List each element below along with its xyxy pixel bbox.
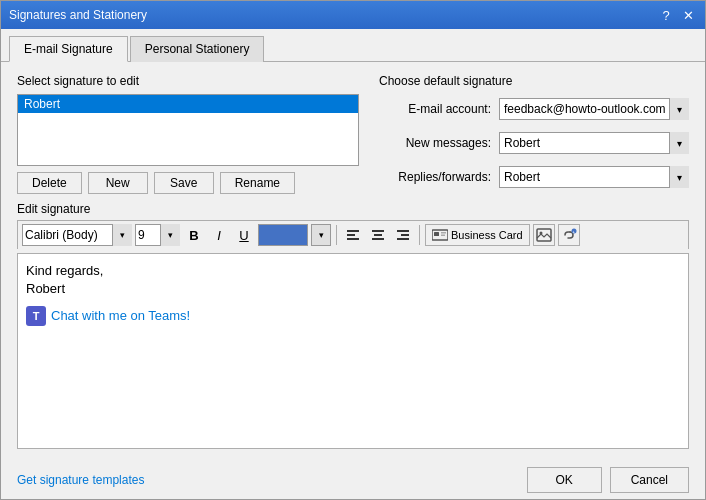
insert-picture-icon [536,228,552,242]
teams-icon: T [26,306,46,326]
business-card-label: Business Card [451,229,523,241]
select-sig-label: Select signature to edit [17,74,359,88]
edit-sig-section: Edit signature Calibri (Body) ▾ 9 [17,202,689,449]
align-center-icon [371,228,385,242]
email-account-row: E-mail account: feedback@howto-outlook.c… [379,98,689,120]
svg-rect-2 [347,238,359,240]
right-column: Choose default signature E-mail account:… [379,74,689,194]
align-center-button[interactable] [367,224,389,246]
close-button[interactable]: ✕ [679,6,697,24]
editor-content: Kind regards, Robert T Chat with me on T… [26,262,680,326]
new-messages-select[interactable]: Robert [499,132,689,154]
tab-personal-stationery[interactable]: Personal Stationery [130,36,265,62]
align-right-icon [396,228,410,242]
svg-rect-7 [401,234,409,236]
svg-rect-1 [347,234,355,236]
align-left-icon [346,228,360,242]
sig-list-item-robert[interactable]: Robert [18,95,358,113]
tab-email-signature[interactable]: E-mail Signature [9,36,128,62]
align-right-button[interactable] [392,224,414,246]
sig-action-buttons: Delete New Save Rename [17,172,359,194]
main-body: Select signature to edit Robert Delete N… [1,62,705,461]
window: Signatures and Stationery ? ✕ E-mail Sig… [0,0,706,500]
new-messages-label: New messages: [379,136,499,150]
insert-picture-button[interactable] [533,224,555,246]
svg-rect-6 [397,230,409,232]
editor-line-1: Kind regards, [26,262,680,280]
svg-rect-5 [372,238,384,240]
new-messages-select-wrapper: Robert ▾ [499,132,689,154]
replies-row: Replies/forwards: Robert ▾ [379,166,689,188]
tab-bar: E-mail Signature Personal Stationery [1,29,705,62]
align-left-button[interactable] [342,224,364,246]
rename-button[interactable]: Rename [220,172,295,194]
formatting-toolbar: Calibri (Body) ▾ 9 ▾ B I U [17,220,689,249]
new-messages-row: New messages: Robert ▾ [379,132,689,154]
title-bar-controls: ? ✕ [657,6,697,24]
help-button[interactable]: ? [657,6,675,24]
font-select-wrapper: Calibri (Body) ▾ [22,224,132,246]
save-button[interactable]: Save [154,172,214,194]
left-column: Select signature to edit Robert Delete N… [17,74,359,194]
font-select[interactable]: Calibri (Body) [22,224,132,246]
svg-rect-13 [537,229,551,241]
business-card-button[interactable]: Business Card [425,224,530,246]
delete-button[interactable]: Delete [17,172,82,194]
size-select-wrapper: 9 ▾ [135,224,180,246]
replies-select[interactable]: Robert [499,166,689,188]
svg-rect-8 [397,238,409,240]
cancel-button[interactable]: Cancel [610,467,689,493]
svg-rect-0 [347,230,359,232]
svg-rect-4 [374,234,382,236]
editor-line-2: Robert [26,280,680,298]
window-title: Signatures and Stationery [9,8,147,22]
svg-rect-12 [441,235,445,237]
ok-button[interactable]: OK [527,467,602,493]
template-link[interactable]: Get signature templates [17,473,144,487]
toolbar-sep-1 [336,225,337,245]
color-dropdown-arrow[interactable]: ▾ [311,224,331,246]
bottom-bar: Get signature templates OK Cancel [1,461,705,499]
dialog-buttons: OK Cancel [527,467,689,493]
svg-rect-3 [372,230,384,232]
edit-sig-label: Edit signature [17,202,689,216]
choose-default-label: Choose default signature [379,74,689,88]
toolbar-sep-2 [419,225,420,245]
email-account-select-wrapper: feedback@howto-outlook.com ▾ [499,98,689,120]
replies-label: Replies/forwards: [379,170,499,184]
insert-hyperlink-icon: + [561,228,577,242]
title-bar: Signatures and Stationery ? ✕ [1,1,705,29]
teams-chat-link[interactable]: T Chat with me on Teams! [26,306,680,326]
new-button[interactable]: New [88,172,148,194]
signature-editor[interactable]: Kind regards, Robert T Chat with me on T… [17,253,689,449]
content-area: E-mail Signature Personal Stationery Sel… [1,29,705,499]
teams-chat-text: Chat with me on Teams! [51,307,190,325]
email-account-select[interactable]: feedback@howto-outlook.com [499,98,689,120]
business-card-icon [432,229,448,241]
signature-list[interactable]: Robert [17,94,359,166]
size-select[interactable]: 9 [135,224,180,246]
underline-button[interactable]: U [233,224,255,246]
replies-select-wrapper: Robert ▾ [499,166,689,188]
email-account-label: E-mail account: [379,102,499,116]
svg-rect-10 [434,232,439,236]
insert-hyperlink-button[interactable]: + [558,224,580,246]
font-color-picker[interactable] [258,224,308,246]
bold-button[interactable]: B [183,224,205,246]
svg-rect-11 [441,232,446,234]
color-dropdown-wrapper: ▾ [311,224,331,246]
italic-button[interactable]: I [208,224,230,246]
top-section: Select signature to edit Robert Delete N… [17,74,689,194]
